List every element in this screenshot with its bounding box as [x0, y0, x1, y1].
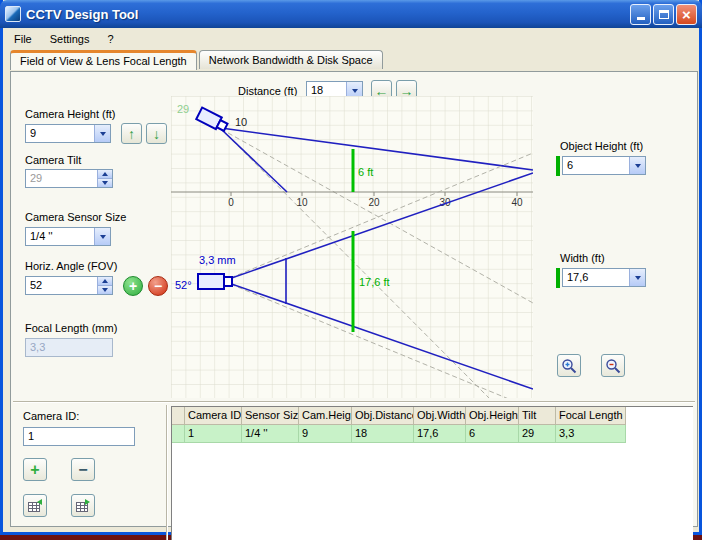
load-table-button[interactable]	[23, 494, 47, 517]
col-focal-length: Focal Length	[556, 407, 626, 425]
camera-id-input[interactable]: 1	[23, 427, 135, 446]
tilt-value-label: 29	[177, 103, 189, 115]
camera-id-label: Camera ID:	[23, 410, 79, 422]
row-indicator-header	[172, 407, 185, 425]
spin-down-icon	[98, 178, 112, 187]
cell-camera-id: 1	[185, 425, 242, 443]
table-header-row: Camera ID Sensor Size Cam.Height Obj.Dis…	[172, 407, 693, 425]
spin-up-icon	[98, 170, 112, 178]
camera-tilt-spinner: 29	[25, 169, 113, 188]
table-arrow-right-icon	[75, 498, 92, 514]
sensor-size-label: Camera Sensor Size	[25, 211, 127, 223]
camera-height-up-button[interactable]: ↑	[121, 123, 142, 144]
col-sensor-size: Sensor Size	[242, 407, 299, 425]
chevron-down-icon	[629, 157, 645, 174]
save-table-button[interactable]	[71, 494, 95, 517]
row-indicator-cell	[172, 425, 185, 443]
fov-spinner[interactable]: 52	[25, 276, 113, 295]
fov-label: Horiz. Angle (FOV)	[25, 260, 117, 272]
cell-sensor-size: 1/4 ''	[242, 425, 299, 443]
col-obj-width: Obj.Width	[414, 407, 466, 425]
chevron-down-icon	[94, 228, 110, 245]
fov-increase-button[interactable]: +	[123, 276, 143, 296]
zoom-out-icon	[605, 358, 621, 374]
table-arrow-left-icon	[27, 498, 44, 514]
side-note-label: 10	[235, 116, 247, 128]
axis-tick-20: 20	[368, 197, 380, 208]
minimize-icon	[637, 17, 645, 20]
camera-table: Camera ID Sensor Size Cam.Height Obj.Dis…	[171, 406, 693, 540]
maximize-button[interactable]	[653, 4, 674, 25]
focal-length-label: Focal Length (mm)	[25, 322, 117, 334]
col-obj-height: Obj.Height	[466, 407, 519, 425]
add-camera-button[interactable]: +	[23, 458, 47, 481]
title-bar: CCTV Design Tool ×	[0, 0, 702, 28]
fov-decrease-button[interactable]: −	[148, 276, 168, 296]
fov-angle-label: 52°	[175, 279, 192, 291]
cell-tilt: 29	[519, 425, 556, 443]
object-width-color-bar	[556, 268, 560, 288]
desktop: CCTV Design Tool × File Settings ? Field…	[0, 0, 702, 540]
camera-height-label: Camera Height (ft)	[25, 108, 115, 120]
horizontal-divider	[13, 401, 695, 403]
focal-length-field: 3,3	[25, 338, 113, 357]
zoom-in-icon	[561, 358, 577, 374]
object-height-text: 6 ft	[358, 166, 373, 178]
spinner-arrows[interactable]	[97, 170, 112, 187]
spinner-arrows[interactable]	[97, 277, 112, 294]
object-width-label: Width (ft)	[560, 252, 605, 264]
axis-tick-0: 0	[228, 197, 234, 208]
camera-tilt-label: Camera Tilt	[25, 154, 81, 166]
menu-file[interactable]: File	[5, 30, 41, 48]
chevron-down-icon	[94, 125, 110, 142]
col-obj-distance: Obj.Distance	[352, 407, 414, 425]
chevron-down-icon	[629, 269, 645, 286]
zoom-out-button[interactable]	[601, 354, 625, 377]
tab-field-of-view[interactable]: Field of View & Lens Focal Length	[10, 50, 197, 70]
menu-help[interactable]: ?	[98, 30, 122, 48]
col-tilt: Tilt	[519, 407, 556, 425]
cell-obj-width: 17,6	[414, 425, 466, 443]
axis-tick-40: 40	[511, 197, 523, 208]
spin-up-icon	[98, 277, 112, 285]
spin-down-icon	[98, 285, 112, 294]
tab-network-bandwidth[interactable]: Network Bandwidth & Disk Space	[199, 50, 383, 69]
col-cam-height: Cam.Height	[299, 407, 352, 425]
minimize-button[interactable]	[630, 4, 651, 25]
axis-tick-10: 10	[296, 197, 308, 208]
object-height-select[interactable]: 6	[562, 156, 646, 175]
camera-plan-icon[interactable]	[198, 274, 232, 289]
object-height-color-bar	[556, 156, 560, 176]
sensor-size-select[interactable]: 1/4 ''	[25, 227, 111, 246]
cell-cam-height: 9	[299, 425, 352, 443]
object-width-text: 17,6 ft	[359, 276, 390, 288]
object-width-select[interactable]: 17,6	[562, 268, 646, 287]
cell-focal-length: 3,3	[556, 425, 626, 443]
window-title: CCTV Design Tool	[26, 7, 628, 22]
vertical-divider	[166, 405, 168, 540]
remove-camera-button[interactable]: −	[71, 458, 95, 481]
camera-height-select[interactable]: 9	[25, 124, 111, 143]
focal-marker-label: 3,3 mm	[199, 254, 236, 266]
app-icon	[5, 6, 21, 22]
tab-strip: Field of View & Lens Focal Length Networ…	[10, 50, 385, 69]
close-button[interactable]: ×	[676, 4, 697, 25]
app-window: CCTV Design Tool × File Settings ? Field…	[0, 0, 702, 535]
cell-obj-distance: 18	[352, 425, 414, 443]
fov-diagram: 0 10 20 30 40 29 10 6 ft 3,3 mm 52°	[171, 96, 533, 398]
table-row[interactable]: 1 1/4 '' 9 18 17,6 6 29 3,3	[172, 425, 693, 443]
menu-bar: File Settings ?	[3, 28, 699, 49]
camera-height-down-button[interactable]: ↓	[146, 123, 167, 144]
menu-settings[interactable]: Settings	[41, 30, 99, 48]
cell-obj-height: 6	[466, 425, 519, 443]
zoom-in-button[interactable]	[557, 354, 581, 377]
maximize-icon	[659, 10, 669, 19]
tab-page-field-of-view: Camera Height (ft) 9 ↑ ↓ Camera Tilt 29 …	[10, 71, 698, 527]
object-height-label: Object Height (ft)	[560, 140, 643, 152]
col-camera-id: Camera ID	[185, 407, 242, 425]
